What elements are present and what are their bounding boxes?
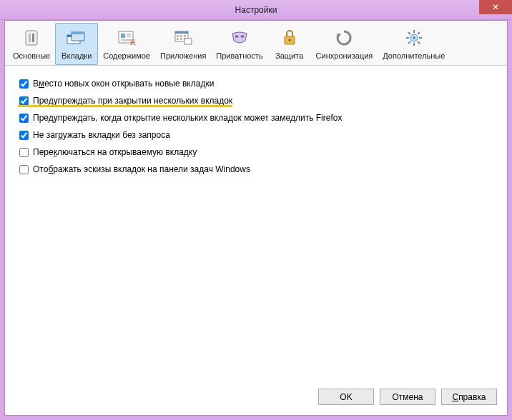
content: Основные Вкладки <box>4 20 508 416</box>
tab-label: Дополнительные <box>383 51 445 60</box>
checkbox-dont-load[interactable] <box>19 131 29 140</box>
option-label[interactable]: Предупреждать при закрытии нескольких вк… <box>33 96 232 106</box>
tabs-icon <box>65 26 88 49</box>
gear-icon <box>403 26 425 49</box>
document-icon: 頁 <box>115 26 138 49</box>
ok-button[interactable]: OK <box>318 389 374 405</box>
svg-line-33 <box>418 41 420 44</box>
options-panel: Вместо новых окон открывать новые вкладк… <box>5 66 507 381</box>
tab-label: Синхронизация <box>316 51 373 60</box>
lock-icon <box>278 26 301 49</box>
svg-point-22 <box>235 35 238 38</box>
titlebar: Настройки ✕ <box>0 0 512 20</box>
option-row-show-previews: Отображать эскизы вкладок на панели зада… <box>19 164 493 174</box>
help-button[interactable]: Справка <box>441 389 497 405</box>
tab-label: Основные <box>13 51 50 60</box>
tab-content[interactable]: 頁 Содержимое <box>98 23 155 65</box>
svg-point-36 <box>413 36 415 39</box>
svg-line-35 <box>418 32 420 34</box>
option-row-dont-load: Не загружать вкладки без запроса <box>19 130 493 140</box>
tab-label: Защита <box>275 51 303 60</box>
settings-window: Настройки ✕ Основные <box>0 0 512 420</box>
svg-rect-8 <box>121 34 125 38</box>
highlight-underline <box>18 105 232 107</box>
cancel-button[interactable]: Отмена <box>380 389 435 405</box>
grid-icon <box>172 26 195 49</box>
svg-rect-14 <box>175 31 188 34</box>
checkbox-warn-open-many[interactable] <box>19 114 29 123</box>
tab-label: Вкладки <box>61 51 92 60</box>
svg-rect-21 <box>184 39 192 44</box>
svg-rect-6 <box>72 32 84 34</box>
option-label[interactable]: Переключаться на открываемую вкладку <box>33 147 197 157</box>
close-icon: ✕ <box>492 2 499 12</box>
tab-label: Приложения <box>160 51 206 60</box>
svg-line-34 <box>408 41 410 44</box>
option-label[interactable]: Не загружать вкладки без запроса <box>33 130 170 140</box>
svg-rect-2 <box>32 34 34 42</box>
svg-rect-1 <box>29 34 31 42</box>
checkbox-open-new-tabs[interactable] <box>19 79 29 89</box>
svg-text:頁: 頁 <box>129 39 136 46</box>
window-title: Настройки <box>235 5 277 15</box>
option-label[interactable]: Отображать эскизы вкладок на панели зада… <box>33 164 250 174</box>
svg-rect-19 <box>180 38 182 40</box>
svg-rect-15 <box>177 35 179 37</box>
checkbox-switch-to-new[interactable] <box>19 148 29 157</box>
option-label[interactable]: Вместо новых окон открывать новые вкладк… <box>33 79 214 89</box>
close-button[interactable]: ✕ <box>479 0 512 14</box>
button-bar: OK Отмена Справка <box>5 381 507 415</box>
tab-tabs[interactable]: Вкладки <box>55 23 98 65</box>
mask-icon <box>228 26 251 49</box>
tab-applications[interactable]: Приложения <box>155 23 211 65</box>
tab-sync[interactable]: Синхронизация <box>311 23 378 65</box>
tab-label: Приватность <box>216 51 262 60</box>
checkbox-show-previews[interactable] <box>19 165 29 174</box>
option-row-warn-open-many: Предупреждать, когда открытие нескольких… <box>19 113 493 123</box>
tab-general[interactable]: Основные <box>8 23 55 65</box>
svg-line-32 <box>408 32 410 34</box>
switch-icon <box>20 26 43 49</box>
option-row-switch-to-new: Переключаться на открываемую вкладку <box>19 147 493 157</box>
svg-rect-17 <box>184 35 186 37</box>
checkbox-warn-close-multiple[interactable] <box>19 96 29 106</box>
toolbar: Основные Вкладки <box>5 21 507 66</box>
option-row-warn-close-multiple: Предупреждать при закрытии нескольких вк… <box>19 96 493 106</box>
sync-icon <box>333 26 355 49</box>
svg-point-23 <box>240 35 244 38</box>
tab-label: Содержимое <box>103 51 150 60</box>
tab-privacy[interactable]: Приватность <box>211 23 267 65</box>
svg-point-25 <box>288 39 290 41</box>
svg-rect-18 <box>177 38 179 40</box>
svg-rect-16 <box>180 35 182 37</box>
svg-rect-0 <box>26 31 37 45</box>
tab-security[interactable]: Защита <box>268 23 311 65</box>
tab-advanced[interactable]: Дополнительные <box>378 23 450 65</box>
option-row-open-new-tabs: Вместо новых окон открывать новые вкладк… <box>19 79 493 89</box>
option-label[interactable]: Предупреждать, когда открытие нескольких… <box>33 113 342 123</box>
